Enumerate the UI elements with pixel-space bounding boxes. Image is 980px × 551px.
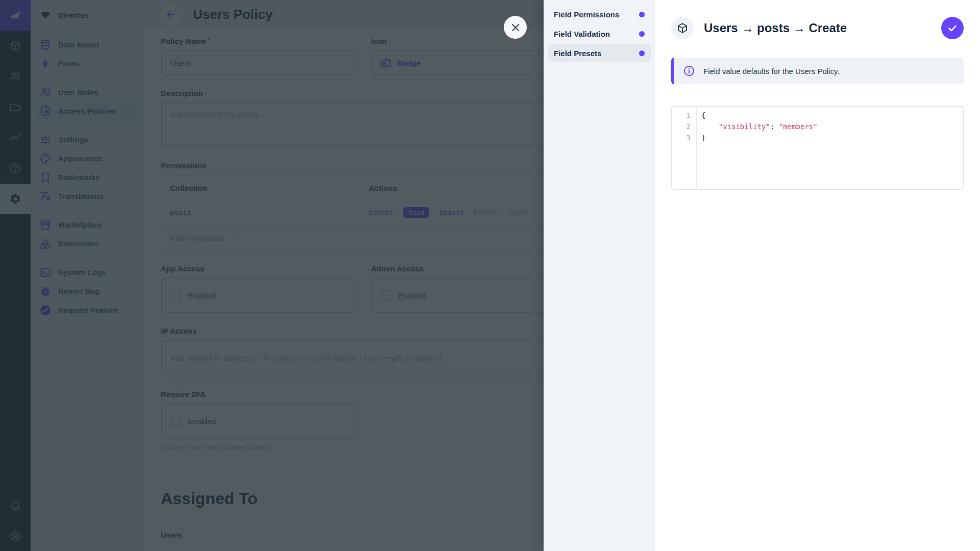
drawer-main: Users → posts → Create Field value defau…	[655, 0, 980, 551]
info-notice: Field value defaults for the Users Polic…	[671, 58, 964, 84]
drawer-overlay[interactable]	[0, 0, 544, 551]
check-icon	[946, 22, 959, 34]
json-code-editor[interactable]: 1 2 3 { "visibility": "members" }	[671, 106, 964, 190]
value-dot-icon	[639, 51, 645, 56]
breadcrumb-title: Users → posts → Create	[704, 21, 931, 35]
menu-item-field-permissions[interactable]: Field Permissions	[548, 5, 651, 23]
line-number: 3	[672, 132, 691, 143]
info-icon	[683, 65, 695, 77]
editor-gutter: 1 2 3	[672, 107, 697, 189]
drawer-close-button[interactable]	[504, 16, 527, 39]
close-icon	[509, 21, 522, 34]
value-dot-icon	[639, 12, 645, 17]
line-number: 2	[672, 121, 691, 132]
value-dot-icon	[639, 31, 645, 37]
save-button[interactable]	[941, 17, 964, 39]
drawer-menu: Field Permissions Field Validation Field…	[544, 0, 655, 551]
cube-icon	[676, 22, 689, 34]
code-line-3: }	[701, 132, 963, 143]
json-key: "visibility"	[719, 122, 770, 131]
field-detail-drawer: Field Permissions Field Validation Field…	[544, 0, 980, 551]
menu-item-field-validation[interactable]: Field Validation	[548, 24, 651, 43]
editor-code[interactable]: { "visibility": "members" }	[697, 107, 963, 189]
line-number: 1	[672, 110, 691, 121]
code-line-2: "visibility": "members"	[701, 121, 963, 132]
drawer-header-avatar	[671, 17, 694, 39]
json-value: "members"	[779, 122, 818, 131]
notice-text: Field value defaults for the Users Polic…	[703, 67, 840, 76]
menu-item-field-presets[interactable]: Field Presets	[548, 44, 651, 62]
code-line-1: {	[701, 110, 963, 121]
drawer-header: Users → posts → Create	[655, 0, 980, 39]
